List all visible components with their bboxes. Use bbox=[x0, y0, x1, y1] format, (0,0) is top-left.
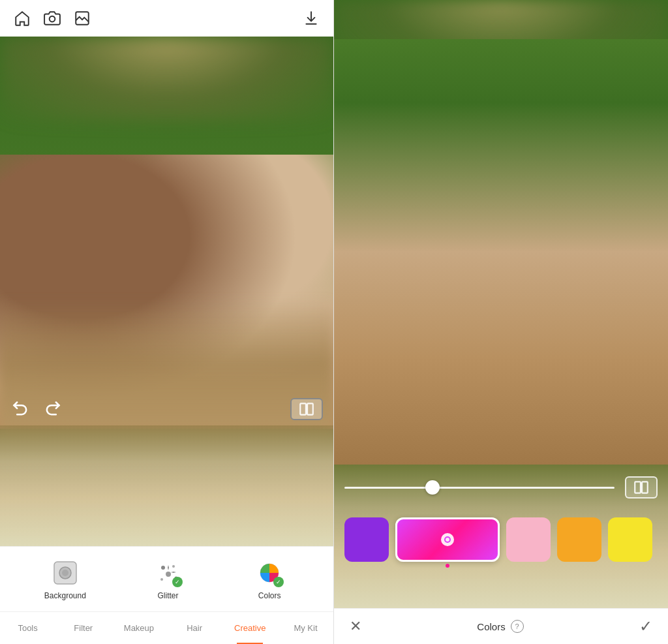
svg-point-0 bbox=[50, 16, 55, 22]
tool-background[interactable]: Background bbox=[44, 559, 86, 600]
tool-colors-icon-wrap: ✓ bbox=[255, 559, 284, 587]
colors-check-badge: ✓ bbox=[273, 577, 284, 587]
tab-creative[interactable]: Creative bbox=[222, 612, 278, 644]
tool-background-icon-wrap bbox=[51, 559, 80, 587]
camera-button[interactable] bbox=[43, 9, 61, 27]
swatch-orange[interactable] bbox=[557, 517, 601, 562]
svg-rect-14 bbox=[642, 482, 648, 493]
swatch-light-pink[interactable] bbox=[506, 517, 551, 562]
glitter-check-badge: ✓ bbox=[172, 577, 183, 587]
color-swatches-area bbox=[334, 504, 668, 575]
svg-point-11 bbox=[160, 578, 163, 581]
nav-tabs-left: Tools Filter Makeup Hair Creative My Kit bbox=[0, 611, 333, 644]
svg-point-6 bbox=[62, 570, 68, 576]
left-action-bar bbox=[0, 393, 333, 425]
svg-point-15 bbox=[445, 537, 450, 542]
svg-rect-3 bbox=[307, 403, 313, 414]
bottom-tools: Background ✓ Glitter bbox=[0, 546, 333, 611]
slider-area bbox=[334, 471, 668, 504]
undo-button[interactable] bbox=[10, 399, 31, 420]
compare-button-left[interactable] bbox=[290, 398, 323, 420]
slider-thumb[interactable] bbox=[425, 480, 440, 495]
left-panel: Background ✓ Glitter bbox=[0, 0, 334, 644]
right-panel: ✕ Colors ? ✓ bbox=[334, 0, 668, 644]
bottom-blur-area-left bbox=[0, 425, 333, 546]
home-button[interactable] bbox=[13, 9, 31, 27]
photo-area-left bbox=[0, 37, 333, 546]
tool-glitter-icon-wrap: ✓ bbox=[154, 559, 183, 587]
slider-track[interactable] bbox=[344, 487, 615, 489]
tab-hair[interactable]: Hair bbox=[167, 612, 222, 644]
help-button[interactable]: ? bbox=[511, 620, 524, 633]
compare-button-right[interactable] bbox=[625, 476, 658, 498]
tool-glitter-label: Glitter bbox=[157, 591, 178, 600]
bottom-center: Colors ? bbox=[477, 620, 523, 633]
tool-glitter[interactable]: ✓ Glitter bbox=[149, 559, 188, 600]
svg-point-7 bbox=[161, 566, 165, 570]
svg-rect-2 bbox=[300, 403, 306, 414]
tab-mykit[interactable]: My Kit bbox=[278, 612, 333, 644]
swatch-yellow[interactable] bbox=[608, 517, 652, 562]
confirm-icon: ✓ bbox=[639, 617, 652, 635]
svg-point-8 bbox=[172, 565, 175, 568]
svg-rect-13 bbox=[635, 482, 641, 493]
swatch-selected-indicator bbox=[441, 533, 454, 546]
colors-panel-title: Colors bbox=[477, 621, 505, 632]
tab-tools[interactable]: Tools bbox=[0, 612, 55, 644]
tab-makeup[interactable]: Makeup bbox=[111, 612, 166, 644]
blur-top-left bbox=[0, 37, 333, 121]
app-container: Background ✓ Glitter bbox=[0, 0, 668, 644]
toolbar-left bbox=[13, 9, 91, 27]
cancel-icon: ✕ bbox=[350, 618, 361, 635]
bottom-action-bar: ✕ Colors ? ✓ bbox=[334, 608, 668, 644]
top-toolbar bbox=[0, 0, 333, 37]
tab-filter[interactable]: Filter bbox=[55, 612, 111, 644]
swatch-pink-gradient-selected[interactable] bbox=[395, 517, 500, 562]
gallery-button[interactable] bbox=[73, 9, 91, 27]
photo-area-right bbox=[334, 0, 668, 608]
tool-background-label: Background bbox=[44, 591, 86, 600]
swatch-purple[interactable] bbox=[344, 517, 389, 562]
confirm-button[interactable]: ✓ bbox=[639, 617, 652, 636]
tool-colors-label: Colors bbox=[258, 591, 281, 600]
redo-button[interactable] bbox=[42, 399, 63, 420]
people-photo-right bbox=[334, 39, 668, 465]
undo-redo-group bbox=[10, 399, 63, 420]
cancel-button[interactable]: ✕ bbox=[350, 618, 361, 635]
download-button[interactable] bbox=[302, 9, 320, 27]
svg-point-9 bbox=[166, 572, 171, 577]
tool-colors[interactable]: ✓ Colors bbox=[250, 559, 289, 600]
